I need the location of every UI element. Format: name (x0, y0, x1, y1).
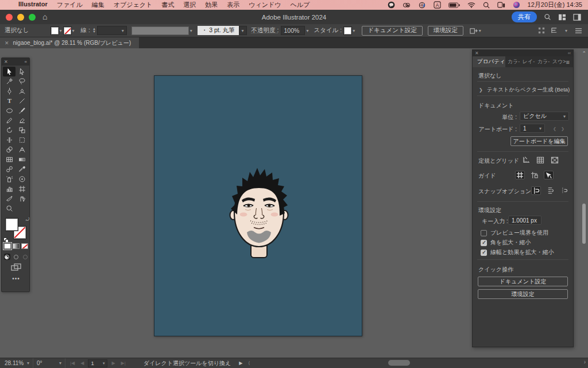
quick-action-1[interactable]: 環境設定 (478, 289, 568, 299)
swap-fill-stroke-icon[interactable]: ⤾ (26, 217, 30, 223)
stroke-weight-select[interactable]: ▾ (97, 26, 127, 35)
blend-tool[interactable] (3, 164, 16, 174)
column-graph-tool[interactable] (3, 184, 16, 194)
unit-select[interactable]: ピクセル▾ (520, 112, 569, 121)
menu-type[interactable]: 書式 (157, 1, 179, 9)
fill-color-well[interactable] (6, 218, 18, 231)
stroke-weight-stepper[interactable]: ▲▼ (92, 28, 96, 33)
artboard-select[interactable]: 1▾ (520, 124, 545, 133)
checkbox-2[interactable] (481, 250, 487, 256)
vertical-scrollbar[interactable] (582, 204, 586, 244)
document-arrangement-icon[interactable] (575, 28, 582, 34)
workspace-switcher-icon[interactable] (558, 14, 566, 21)
menu-edit[interactable]: 編集 (87, 1, 109, 9)
next-artboard-panel-icon[interactable]: ❯ (561, 126, 564, 131)
close-document-icon[interactable]: ✕ (5, 40, 9, 46)
tools-panel-close-icon[interactable]: ✕ (4, 59, 8, 64)
eraser-tool[interactable] (16, 116, 28, 125)
input-source-icon[interactable]: A (434, 1, 441, 9)
menu-help[interactable]: ヘルプ (286, 1, 315, 9)
dock-collapse-up-icon[interactable]: ⌃ (582, 51, 586, 56)
grid-icon[interactable] (535, 156, 545, 164)
lasso-tool[interactable] (16, 76, 28, 86)
brush-definition-chevron[interactable]: ▾ (239, 26, 247, 35)
status-play-icon[interactable]: ▶ (239, 361, 242, 366)
paragraph-panel-icon[interactable] (551, 27, 558, 34)
symbol-tool[interactable] (16, 174, 28, 184)
display-icon[interactable] (497, 2, 505, 8)
arrange-documents-icon[interactable] (538, 27, 545, 34)
panel-tab-0[interactable]: プロパティ (473, 56, 505, 67)
battery-icon[interactable] (448, 2, 460, 8)
lock-guides-icon[interactable] (529, 171, 539, 179)
none-button[interactable] (21, 243, 28, 249)
variable-width-profile-select[interactable] (131, 26, 189, 35)
tools-panel-collapse-icon[interactable]: « (25, 59, 27, 64)
document-setup-button[interactable]: ドキュメント設定 (362, 26, 422, 36)
pencil-tool[interactable] (3, 116, 16, 125)
snap-to-grid-icon[interactable] (546, 186, 555, 195)
key-input-field[interactable]: 1.0001 px (508, 216, 541, 225)
panel-tab-3[interactable]: カラ- (535, 56, 550, 67)
fill-swatch[interactable] (51, 27, 59, 34)
quick-action-0[interactable]: ドキュメント設定 (478, 277, 568, 286)
gradient-button[interactable] (13, 243, 20, 249)
magic-wand-tool[interactable] (3, 76, 16, 86)
prev-artboard-icon[interactable]: ◀ (80, 361, 84, 366)
mesh-tool[interactable] (3, 155, 16, 164)
rotate-tool[interactable] (3, 125, 16, 135)
panel-tab-1[interactable]: カラ- (505, 56, 520, 67)
free-transform-tool[interactable] (16, 135, 28, 145)
search-icon[interactable] (483, 2, 490, 9)
link-icon[interactable] (418, 2, 426, 9)
screen-mode-icon[interactable] (11, 263, 21, 271)
menu-object[interactable]: オブジェクト (109, 1, 157, 9)
selection-tool[interactable] (3, 67, 16, 76)
status-expand-icon[interactable]: ⟨ (248, 361, 250, 366)
pen-tool[interactable] (3, 86, 16, 96)
edit-toolbar-icon[interactable]: ••• (2, 275, 30, 282)
transparency-grid-icon[interactable] (550, 156, 559, 164)
game-center-icon[interactable] (403, 2, 411, 9)
siri-icon[interactable] (513, 1, 520, 9)
preferences-button[interactable]: 環境設定 (428, 26, 463, 36)
share-button[interactable]: 共有 (512, 12, 537, 22)
draw-normal-mode-icon[interactable] (4, 254, 10, 260)
scrollbar-right-arrow-icon[interactable]: › (584, 359, 586, 365)
menu-effect[interactable]: 効果 (200, 1, 222, 9)
symbol-sprayer-tool[interactable] (3, 174, 16, 184)
draw-inside-mode-icon[interactable] (22, 254, 29, 260)
width-tool[interactable] (3, 135, 16, 145)
artboard-tool[interactable] (16, 184, 28, 194)
stroke-swatch[interactable] (64, 27, 71, 34)
rotation-select[interactable]: 0°▾ (33, 358, 65, 368)
draw-behind-mode-icon[interactable] (13, 254, 20, 260)
eyedropper-tool[interactable] (16, 164, 28, 174)
menu-window[interactable]: ウィンドウ (244, 1, 285, 9)
show-guides-icon[interactable] (515, 171, 525, 179)
gradient-tool[interactable] (16, 155, 28, 164)
perspective-grid-tool[interactable] (16, 145, 28, 155)
curvature-tool[interactable] (16, 86, 28, 96)
panel-layout-icon[interactable] (573, 14, 581, 21)
panel-tab-4[interactable]: スウ> (550, 56, 566, 67)
line-app-icon[interactable] (388, 1, 395, 9)
color-button[interactable] (4, 243, 11, 249)
slice-tool[interactable] (3, 194, 16, 204)
paintbrush-tool[interactable] (16, 106, 28, 116)
isolate-mode-icon[interactable] (469, 27, 478, 34)
hand-tool[interactable] (16, 194, 28, 204)
panel-menu-icon[interactable]: ≡ (566, 56, 573, 67)
menubar-clock[interactable]: 12月20日(金) 14:35 (528, 1, 582, 9)
menu-view[interactable]: 表示 (222, 1, 244, 9)
zoom-tool[interactable] (3, 204, 16, 213)
menu-file[interactable]: ファイル (52, 1, 87, 9)
next-artboard-icon[interactable]: ▶ (111, 361, 115, 366)
zoom-level-select[interactable]: 28.11%▾ (0, 358, 33, 368)
document-tab[interactable]: ✕ nigaoe_blog.ai* @ 28.11 % (RGB/プレビュー) (0, 37, 139, 48)
brush-definition-select[interactable]: ・ 3 pt. 丸筆 (198, 26, 239, 35)
direct-selection-tool[interactable] (16, 67, 28, 76)
line-segment-tool[interactable] (16, 96, 28, 106)
style-swatch[interactable] (344, 27, 351, 34)
opacity-label[interactable]: 不透明度 : (252, 26, 279, 34)
